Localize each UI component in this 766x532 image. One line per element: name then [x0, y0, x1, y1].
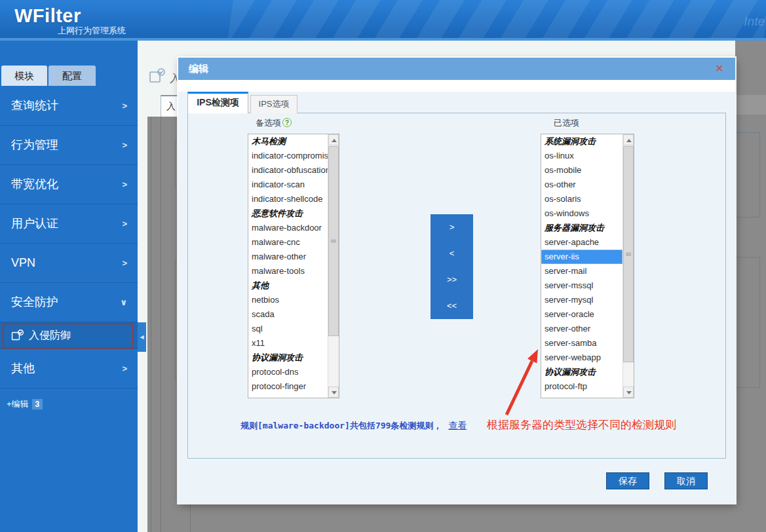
- tab-ips-detection-items[interactable]: IPS检测项: [187, 92, 248, 113]
- move-right-button[interactable]: >: [431, 214, 473, 240]
- sidebar-item-label: VPN: [11, 244, 35, 282]
- modal-backdrop-right: [735, 41, 766, 532]
- sidebar-item-label: 带宽优化: [11, 165, 58, 204]
- sidebar-item-security[interactable]: 安全防护 ∨: [0, 283, 138, 322]
- sidebar-item-intrusion-prevention[interactable]: 入侵防御: [0, 322, 138, 349]
- sidebar-tab-bar: 模块 配置: [0, 66, 138, 86]
- list-item[interactable]: os-linux: [541, 149, 622, 163]
- list-item[interactable]: server-webapp: [541, 351, 622, 365]
- sidebar-item-label: 入侵防御: [29, 322, 71, 349]
- selected-items: 系统漏洞攻击os-linuxos-mobileos-otheros-solari…: [541, 134, 622, 398]
- chevron-right-icon: >: [122, 86, 127, 125]
- chevron-right-icon: >: [122, 204, 127, 243]
- selected-label: 已选项: [554, 117, 579, 129]
- list-item[interactable]: server-mail: [541, 264, 622, 278]
- chevron-right-icon: >: [122, 244, 127, 282]
- available-items: 木马检测indicator-compromiseindicator-obfusc…: [248, 134, 328, 398]
- scroll-down-icon[interactable]: [623, 387, 634, 398]
- list-item[interactable]: protocol-icmp: [248, 394, 328, 398]
- move-left-button[interactable]: <: [431, 240, 473, 267]
- sidebar-item-label: 其他: [11, 349, 35, 388]
- list-item[interactable]: indicator-scan: [248, 178, 328, 192]
- list-item[interactable]: server-mysql: [541, 293, 622, 307]
- sidebar-item-bandwidth[interactable]: 带宽优化 >: [0, 165, 138, 204]
- move-all-left-button[interactable]: <<: [431, 293, 473, 319]
- scrollbar-thumb[interactable]: [328, 146, 339, 336]
- sidebar: 模块 配置 查询统计 > 行为管理 > 带宽优化 > 用户认证 > VPN >: [0, 41, 138, 532]
- list-item[interactable]: server-apache: [541, 235, 622, 250]
- close-icon[interactable]: ✕: [713, 62, 726, 75]
- list-group-header: 协议漏洞攻击: [541, 365, 622, 379]
- list-item[interactable]: indicator-compromise: [248, 149, 328, 163]
- scrollbar-thumb[interactable]: [623, 146, 634, 362]
- list-item[interactable]: malware-tools: [248, 264, 328, 278]
- sidebar-item-label: 安全防护: [11, 283, 58, 322]
- list-item[interactable]: server-samba: [541, 336, 622, 351]
- scroll-down-icon[interactable]: [328, 387, 339, 398]
- help-icon[interactable]: ?: [282, 118, 292, 127]
- list-item[interactable]: sql: [248, 322, 328, 336]
- dialog-titlebar[interactable]: 编辑 ✕: [178, 58, 735, 80]
- selected-listbox[interactable]: 系统漏洞攻击os-linuxos-mobileos-otheros-solari…: [541, 134, 634, 398]
- sidebar-tab-modules[interactable]: 模块: [1, 66, 47, 86]
- list-item[interactable]: os-solaris: [541, 192, 622, 206]
- transfer-button-stack: > < >> <<: [431, 214, 473, 319]
- list-item[interactable]: protocol-ftp: [541, 379, 622, 394]
- list-item[interactable]: os-mobile: [541, 163, 622, 178]
- list-item[interactable]: indicator-obfuscation: [248, 163, 328, 178]
- app-window: WFilter 上网行为管理系统 Inte 入 入 模块 配置 查询统计 > 行…: [0, 0, 766, 532]
- cancel-button[interactable]: 取消: [664, 472, 708, 489]
- available-scrollbar[interactable]: [328, 134, 339, 398]
- list-item[interactable]: indicator-shellcode: [248, 192, 328, 206]
- sidebar-tab-config[interactable]: 配置: [48, 66, 96, 86]
- sidebar-item-vpn[interactable]: VPN >: [0, 244, 138, 283]
- rule-info-line: 规则[malware-backdoor]共包括799条检测规则，查看: [240, 420, 467, 432]
- modal-backdrop-bottom: [147, 503, 766, 532]
- list-group-header: 服务器漏洞攻击: [541, 221, 622, 235]
- sidebar-item-behavior-mgmt[interactable]: 行为管理 >: [0, 126, 138, 165]
- tab-ips-options[interactable]: IPS选项: [250, 95, 297, 113]
- list-item[interactable]: protocol-dns: [248, 365, 328, 379]
- app-logo: WFilter: [14, 5, 81, 27]
- chevron-right-icon: >: [122, 165, 127, 204]
- rule-count-text: 规则[malware-backdoor]共包括799条检测规则，: [240, 421, 442, 430]
- sidebar-collapse-handle[interactable]: ◀: [138, 322, 146, 352]
- available-listbox[interactable]: 木马检测indicator-compromiseindicator-obfusc…: [248, 134, 339, 398]
- list-item[interactable]: malware-cnc: [248, 235, 328, 250]
- dialog-title: 编辑: [189, 58, 208, 80]
- move-all-right-button[interactable]: >>: [431, 267, 473, 293]
- list-item[interactable]: malware-other: [248, 250, 328, 264]
- list-item[interactable]: os-other: [541, 178, 622, 192]
- view-rules-link[interactable]: 查看: [448, 420, 467, 430]
- sidebar-item-query-stats[interactable]: 查询统计 >: [0, 86, 138, 126]
- list-item[interactable]: protocol-finger: [248, 379, 328, 394]
- modal-backdrop-left: [147, 117, 178, 532]
- scroll-up-icon[interactable]: [623, 134, 634, 145]
- list-item[interactable]: netbios: [248, 293, 328, 307]
- list-item[interactable]: scada: [248, 307, 328, 322]
- save-button[interactable]: 保存: [606, 472, 649, 489]
- available-label-text: 备选项: [256, 118, 281, 128]
- sidebar-item-other[interactable]: 其他 >: [0, 349, 138, 389]
- app-subtitle: 上网行为管理系统: [58, 25, 126, 37]
- list-group-header: 其他: [248, 278, 328, 293]
- chevron-right-icon: >: [122, 349, 127, 388]
- keyboard-pattern-decoration: [225, 0, 766, 41]
- list-item[interactable]: server-oracle: [541, 307, 622, 322]
- available-label: 备选项?: [256, 117, 292, 129]
- edit-count-label: +编辑: [7, 399, 29, 409]
- selected-scrollbar[interactable]: [622, 134, 634, 398]
- list-item[interactable]: x11: [248, 336, 328, 351]
- list-item[interactable]: server-iis: [541, 250, 622, 264]
- sidebar-item-user-auth[interactable]: 用户认证 >: [0, 204, 138, 244]
- list-group-header: 协议漏洞攻击: [248, 351, 328, 365]
- edit-count-badge[interactable]: 3: [32, 399, 43, 409]
- page-shield-icon: [149, 67, 166, 87]
- scroll-up-icon[interactable]: [328, 134, 339, 145]
- list-item[interactable]: os-windows: [541, 206, 622, 221]
- list-item[interactable]: server-other: [541, 322, 622, 336]
- list-group-header: 恶意软件攻击: [248, 206, 328, 221]
- sidebar-menu: 查询统计 > 行为管理 > 带宽优化 > 用户认证 > VPN > 安全防护 ∨: [0, 86, 138, 389]
- list-item[interactable]: malware-backdoor: [248, 221, 328, 235]
- list-item[interactable]: server-mssql: [541, 278, 622, 293]
